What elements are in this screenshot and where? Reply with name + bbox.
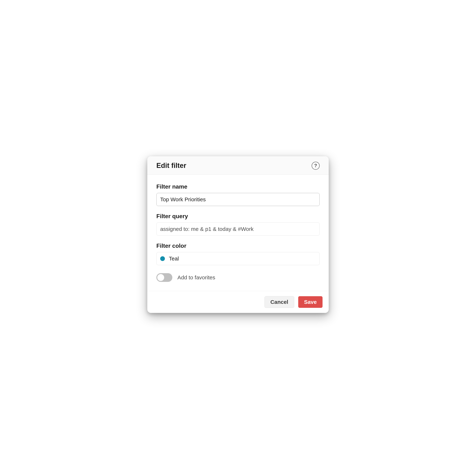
filter-name-label: Filter name [156, 183, 320, 190]
dialog-footer: Cancel Save [147, 291, 329, 313]
filter-query-field-group: Filter query [156, 213, 320, 235]
filter-query-input[interactable] [156, 222, 320, 235]
favorites-toggle-row: Add to favorites [156, 273, 320, 282]
filter-name-input[interactable] [156, 193, 320, 206]
save-button[interactable]: Save [298, 296, 323, 308]
color-swatch-icon [160, 256, 165, 261]
help-button[interactable]: ? [312, 162, 320, 170]
favorites-toggle-label: Add to favorites [177, 274, 215, 281]
filter-name-field-group: Filter name [156, 183, 320, 206]
filter-color-select[interactable]: Teal [156, 252, 320, 265]
favorites-toggle[interactable] [156, 273, 172, 282]
edit-filter-dialog: Edit filter ? Filter name Filter query F… [147, 156, 329, 313]
dialog-header: Edit filter ? [147, 156, 329, 175]
cancel-button[interactable]: Cancel [264, 296, 294, 308]
dialog-title: Edit filter [156, 162, 186, 169]
dialog-body: Filter name Filter query Filter color Te… [147, 175, 329, 291]
filter-color-field-group: Filter color Teal [156, 242, 320, 265]
filter-query-label: Filter query [156, 213, 320, 220]
filter-color-label: Filter color [156, 242, 320, 249]
filter-color-name: Teal [169, 255, 179, 262]
question-mark-icon: ? [314, 163, 317, 168]
toggle-knob-icon [157, 274, 164, 281]
